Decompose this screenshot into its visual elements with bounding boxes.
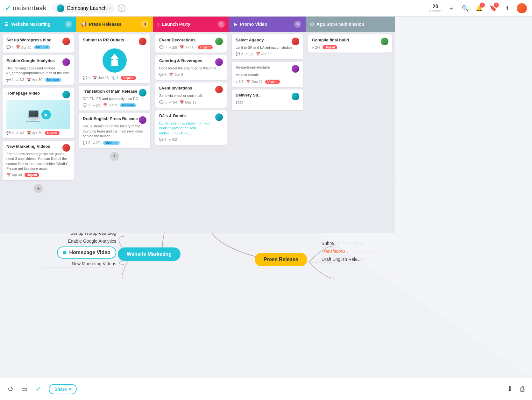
card-draft-english[interactable]: Draft English Press Release Focus should… <box>79 113 150 148</box>
card-compile-build[interactable]: Compile final build ≡ 2/4 Urgent <box>308 34 392 53</box>
task-count: ≡ 0/2 <box>93 141 101 145</box>
active-number: 20 <box>433 4 438 10</box>
card-homepage-video[interactable]: Homepage Video 💻 ▶ 💬 3 ≡ 1/3 📅 Apr 30 Ur… <box>3 88 74 138</box>
card-djs-bands[interactable]: DJ's & Bands DJ VanEtten - available fro… <box>155 110 227 145</box>
card-event-invitations[interactable]: Event Invitations Send via email or snai… <box>155 82 227 107</box>
task-count: ≡ 2/5 <box>169 46 177 49</box>
date: 📅 Jun 9 <box>103 103 117 107</box>
add-button[interactable]: ＋ <box>447 4 456 13</box>
column-website-marketing: ☰ Website Marketing 4 Set up Wordpress b… <box>0 17 76 233</box>
card-desc: Don't forget the champagne this time <box>159 66 223 71</box>
card-google-analytics[interactable]: Enable Google Analytics Use tracking cod… <box>3 55 74 85</box>
info-button[interactable]: i <box>118 4 125 12</box>
column-count-promo: 4 <box>294 21 301 28</box>
notifications-button[interactable]: 🔔 3 <box>475 4 484 13</box>
column-body-appstore: Compile final build ≡ 2/4 Urgent <box>306 32 395 233</box>
task-count: ≡ 0/2 <box>169 138 177 141</box>
attachment: 📎 1 <box>111 76 118 80</box>
card-meta: 💬 3 ≡ 1/3 📅 Apr 30 Urgent <box>6 131 70 135</box>
status-badge: Medium <box>45 78 61 82</box>
comment-count: 💬 1 <box>6 78 14 82</box>
mindmap-homepage-video: Homepage Video <box>43 245 116 260</box>
toolbar-right: ⬇ ⎙ <box>507 385 524 393</box>
card-submit-pr[interactable]: Submit to PR Outlets 💬 1 📅 Jun 16 📎 1 <box>79 34 150 83</box>
search-button[interactable]: 🔍 <box>461 4 470 13</box>
print-icon[interactable]: ⎙ <box>520 385 524 393</box>
card-title: Event Invitations <box>159 86 192 90</box>
status-badge: Medium <box>103 141 120 145</box>
card-meta: ≡ 6/6 📅 Dec 22 Urgent <box>236 80 299 84</box>
card-voiceover[interactable]: VoiceOver Artists Male or female ≡ 6/6 📅… <box>232 62 303 87</box>
task-count: ≡ 6/7 <box>245 52 253 56</box>
share-button[interactable]: Share ▾ <box>49 384 77 394</box>
comment-count: 💬 3 <box>6 131 14 135</box>
add-card-button[interactable]: + <box>34 184 43 193</box>
mindmap-item: New Marketing Videos <box>43 260 116 268</box>
avatar <box>62 38 70 45</box>
status-badge: Medium <box>120 103 136 107</box>
project-selector[interactable]: Company Launch ▾ <box>53 3 115 13</box>
avatar <box>215 86 223 93</box>
screen-icon[interactable]: ▭ <box>21 385 28 393</box>
column-title-promo: Promo Video <box>240 22 267 27</box>
comment-count: 💬 5 <box>159 138 167 142</box>
card-title: Select Agency <box>236 38 264 42</box>
comment-count: 💬 3 <box>159 73 167 77</box>
project-name: Company Launch <box>67 5 107 11</box>
comment-count: 💬 5 <box>159 100 167 104</box>
date: 📅 Apr 29 <box>256 52 272 56</box>
card-meta: 💬 5 ≡ 0/2 <box>159 138 223 142</box>
card-translation[interactable]: Translation of Main Release DE, EN, ES a… <box>79 86 150 111</box>
add-card-button[interactable]: + <box>110 152 119 161</box>
avatar <box>139 116 146 124</box>
card-title: Catering & Beverages <box>159 58 202 63</box>
column-header-promo: ▶ Promo Video 4 <box>229 17 306 32</box>
card-title: VoiceOver Artists <box>236 65 270 70</box>
column-icon-appstore: ⬡ <box>310 22 314 27</box>
card-catering[interactable]: Catering & Beverages Don't forget the ch… <box>155 55 227 80</box>
comment-count: 💬 2 <box>236 52 243 56</box>
chevron-down-icon: ▾ <box>69 387 71 392</box>
card-delivery-specs[interactable]: Delivery Sp... 1920-... <box>232 89 303 110</box>
column-body-press: Submit to PR Outlets 💬 1 📅 Jun 16 📎 1 <box>76 32 153 233</box>
card-desc: Use tracking codes and include &r_campai… <box>6 66 70 76</box>
status-badge: Urgent <box>45 131 60 135</box>
card-title: New Marketing Videos <box>6 144 50 149</box>
mindmap-node-website: Website Marketing <box>118 247 181 261</box>
task-count: ≡ 0/5 <box>93 104 101 107</box>
play-icon: ▶ <box>41 110 51 119</box>
card-event-decorations[interactable]: Event Decorations 💬 5 ≡ 2/5 📅 Jun 15 Urg… <box>155 34 227 53</box>
comment-count: 💬 4 <box>6 45 13 49</box>
avatar <box>381 38 388 45</box>
date: 📅 Apr 30 <box>6 173 22 177</box>
avatar <box>292 65 299 73</box>
card-setup-wordpress[interactable]: Set up Wordpress blog 💬 4 📅 Apr 30 Mediu… <box>3 34 74 53</box>
download-icon[interactable]: ⬇ <box>507 385 513 393</box>
header-right: 20 ACTIVE ＋ 🔍 🔔 3 🔖 9 ℹ <box>429 3 527 13</box>
avatar <box>62 144 70 152</box>
history-icon[interactable]: ↺ <box>8 385 13 393</box>
check-icon[interactable]: ✓ <box>35 385 41 393</box>
bookmarks-button[interactable]: 🔖 9 <box>489 4 498 13</box>
card-desc: DE, EN, ES and potentially also RO <box>83 96 146 101</box>
help-button[interactable]: ℹ <box>503 4 512 13</box>
card-desc: 1920-... <box>236 100 299 105</box>
logo-check-icon: ✓ <box>5 4 11 12</box>
card-meta: 💬 1 ≡ 0/5 📅 Jun 9 Medium <box>83 103 146 107</box>
column-launch-party: ♪ Launch Party 5 Event Decorations 💬 5 ≡… <box>153 17 229 233</box>
column-title-press: Press Releases <box>89 22 122 27</box>
card-title: Delivery Sp... <box>236 93 262 97</box>
bottom-toolbar: ↺ ▭ ✓ Share ▾ ⬇ ⎙ <box>0 378 532 400</box>
card-select-agency[interactable]: Select Agency Limit to SF and LA animati… <box>232 34 303 59</box>
card-meta: 💬 5 ≡ 2/5 📅 Jun 15 Urgent <box>159 45 223 49</box>
user-avatar[interactable] <box>517 3 527 13</box>
card-title: Enable Google Analytics <box>6 58 55 63</box>
card-meta: 💬 3 📅 Jun 9 <box>159 73 223 77</box>
card-image: 💻 ▶ <box>6 100 70 129</box>
card-title: Compile final build <box>312 38 349 42</box>
mindmap-item: Draft English Release <box>322 255 379 263</box>
date: 📅 Apr 30 <box>27 131 42 135</box>
card-marketing-videos[interactable]: New Marketing Videos For the new homepag… <box>3 141 74 181</box>
task-count: ≡ 3/4 <box>169 100 177 104</box>
date: 📅 Dec 22 <box>246 80 263 84</box>
